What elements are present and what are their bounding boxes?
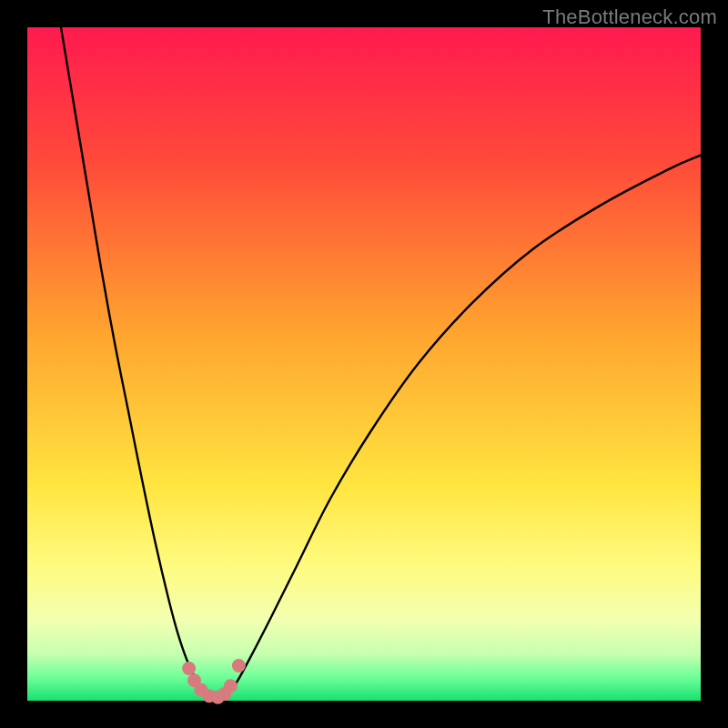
valley-marker bbox=[232, 659, 246, 672]
valley-marker bbox=[182, 662, 196, 675]
plot-background bbox=[27, 27, 701, 701]
valley-marker bbox=[224, 679, 238, 693]
bottleneck-chart bbox=[0, 0, 728, 728]
chart-container: { "watermark": "TheBottleneck.com", "cha… bbox=[0, 0, 728, 728]
watermark-text: TheBottleneck.com bbox=[542, 5, 717, 29]
